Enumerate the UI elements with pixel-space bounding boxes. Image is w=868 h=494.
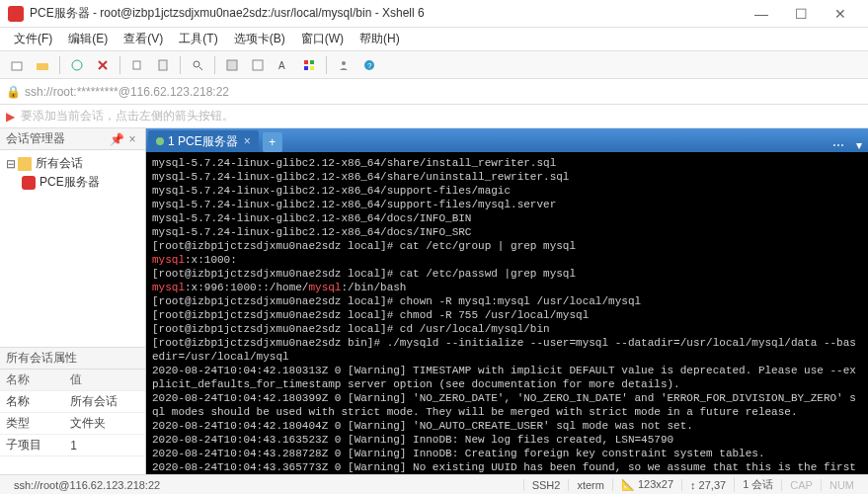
col-value: 值 <box>64 370 145 391</box>
user-button[interactable] <box>333 54 355 76</box>
svg-point-2 <box>72 60 82 70</box>
content-area: 1 PCE服务器 × + ⋯ ▾ mysql-5.7.24-linux-glib… <box>146 128 868 474</box>
prop-row: 类型文件夹 <box>0 413 145 435</box>
terminal[interactable]: mysql-5.7.24-linux-glibc2.12-x86_64/shar… <box>146 152 868 474</box>
hint-bar: ▶ 要添加当前会话，点击左侧的箭头按钮。 <box>0 105 868 128</box>
properties-grid: 名称值 名称所有会话 类型文件夹 子项目1 <box>0 370 145 474</box>
reconnect-button[interactable] <box>66 54 88 76</box>
address-bar[interactable]: 🔒 ssh://root:*********@116.62.123.218:22 <box>0 79 868 105</box>
status-sessions: 1 会话 <box>734 477 781 492</box>
svg-line-6 <box>199 67 202 70</box>
tab-label: PCE服务器 <box>178 133 238 150</box>
properties-header: 所有会话属性 <box>0 348 145 370</box>
new-session-button[interactable] <box>6 54 28 76</box>
properties-button[interactable] <box>221 54 243 76</box>
main-area: 会话管理器 📌 × ⊟ 所有会话 PCE服务器 所有会话属性 名称值 名称所有会… <box>0 128 868 474</box>
tree-label: 所有会话 <box>36 155 83 172</box>
window-title: PCE服务器 - root@izbp1jctzsdjxmu0nae2sdz:/u… <box>30 5 742 22</box>
color-button[interactable] <box>298 54 320 76</box>
svg-rect-4 <box>159 60 167 70</box>
font-button[interactable]: A <box>273 54 294 76</box>
tab-dropdown-icon[interactable]: ▾ <box>850 138 868 152</box>
close-button[interactable]: ✕ <box>821 0 860 28</box>
menu-help[interactable]: 帮助(H) <box>354 29 406 49</box>
svg-text:A: A <box>278 60 285 71</box>
svg-point-5 <box>194 61 199 67</box>
find-button[interactable] <box>187 54 208 76</box>
svg-rect-12 <box>304 66 308 70</box>
svg-rect-8 <box>253 60 263 70</box>
status-dot-icon <box>156 137 164 145</box>
panel-close-icon[interactable]: × <box>125 132 139 146</box>
session-tree: ⊟ 所有会话 PCE服务器 <box>0 150 145 348</box>
session-manager-title: 会话管理器 <box>6 130 65 147</box>
tab-index: 1 <box>168 134 175 148</box>
svg-rect-7 <box>227 60 237 70</box>
status-numlock: NUM <box>821 479 862 491</box>
menu-tools[interactable]: 工具(T) <box>173 29 223 49</box>
status-caplock: CAP <box>781 479 821 491</box>
status-size: 📐 123x27 <box>612 478 681 491</box>
disconnect-button[interactable] <box>92 54 114 76</box>
menu-view[interactable]: 查看(V) <box>118 29 169 49</box>
svg-text:?: ? <box>367 61 372 70</box>
svg-point-14 <box>342 61 346 65</box>
tree-label: PCE服务器 <box>39 174 100 191</box>
title-bar: PCE服务器 - root@izbp1jctzsdjxmu0nae2sdz:/u… <box>0 0 868 28</box>
menu-file[interactable]: 文件(F) <box>8 29 58 49</box>
lock-icon: 🔒 <box>6 85 21 99</box>
tab-bar: 1 PCE服务器 × + ⋯ ▾ <box>146 128 868 152</box>
menu-window[interactable]: 窗口(W) <box>295 29 350 49</box>
fullscreen-button[interactable] <box>247 54 269 76</box>
svg-rect-0 <box>12 62 22 70</box>
menu-edit[interactable]: 编辑(E) <box>62 29 114 49</box>
tab-menu-icon[interactable]: ⋯ <box>827 138 850 152</box>
status-connection: ssh://root@116.62.123.218:22 <box>6 479 523 491</box>
minimize-button[interactable]: — <box>742 0 781 28</box>
add-tab-button[interactable]: + <box>263 132 282 152</box>
toolbar: A ? <box>0 51 868 79</box>
session-manager-header: 会话管理器 📌 × <box>0 128 145 150</box>
svg-rect-13 <box>310 66 314 70</box>
tab-close-icon[interactable]: × <box>244 134 251 148</box>
sidebar: 会话管理器 📌 × ⊟ 所有会话 PCE服务器 所有会话属性 名称值 名称所有会… <box>0 128 146 474</box>
address-text: ssh://root:*********@116.62.123.218:22 <box>25 85 229 99</box>
maximize-button[interactable]: ☐ <box>781 0 821 28</box>
status-cursor: ↕ 27,37 <box>681 479 734 491</box>
menu-tabs[interactable]: 选项卡(B) <box>228 29 291 49</box>
flag-icon: ▶ <box>6 110 15 124</box>
folder-icon <box>18 157 32 171</box>
prop-row: 名称所有会话 <box>0 391 145 413</box>
properties-title: 所有会话属性 <box>6 350 77 367</box>
pin-icon[interactable]: 📌 <box>110 132 123 146</box>
status-termtype: xterm <box>568 479 612 491</box>
svg-rect-1 <box>37 63 48 70</box>
tab-session[interactable]: 1 PCE服务器 × <box>148 130 259 152</box>
tree-node-server[interactable]: PCE服务器 <box>4 173 141 192</box>
server-icon <box>22 176 36 190</box>
menu-bar: 文件(F) 编辑(E) 查看(V) 工具(T) 选项卡(B) 窗口(W) 帮助(… <box>0 28 868 51</box>
prop-row: 子项目1 <box>0 435 145 456</box>
svg-rect-10 <box>304 60 308 64</box>
status-bar: ssh://root@116.62.123.218:22 SSH2 xterm … <box>0 474 868 494</box>
col-name: 名称 <box>0 370 64 391</box>
collapse-icon[interactable]: ⊟ <box>6 157 16 171</box>
status-protocol: SSH2 <box>523 479 569 491</box>
copy-button[interactable] <box>126 54 148 76</box>
help-button[interactable]: ? <box>358 54 380 76</box>
hint-text: 要添加当前会话，点击左侧的箭头按钮。 <box>21 108 234 124</box>
svg-rect-11 <box>310 60 314 64</box>
paste-button[interactable] <box>152 54 174 76</box>
app-icon <box>8 6 24 22</box>
svg-rect-3 <box>133 61 140 69</box>
tree-root-all-sessions[interactable]: ⊟ 所有会话 <box>4 154 141 173</box>
open-button[interactable] <box>32 54 53 76</box>
